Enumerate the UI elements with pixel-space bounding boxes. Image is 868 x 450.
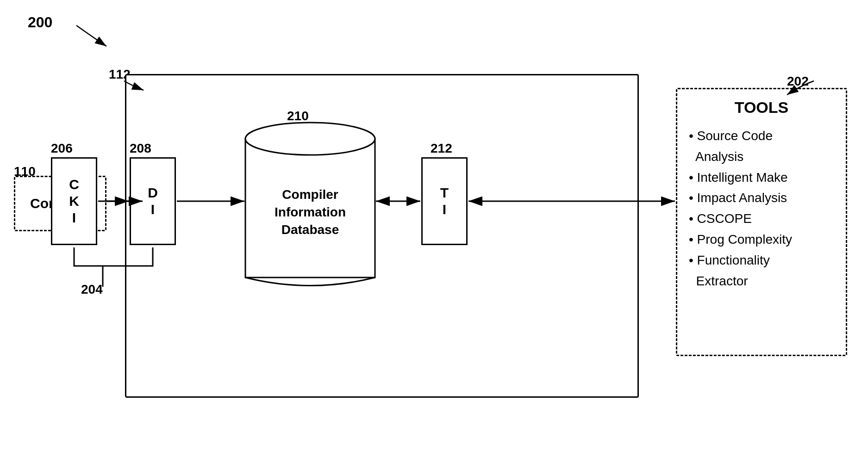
di-box: DI xyxy=(130,157,176,245)
diagram: 200 112 110 Compiler 206 CKI 208 DI 210 … xyxy=(0,0,868,450)
tools-item-2: • Intelligent Make xyxy=(689,167,834,188)
di-text: DI xyxy=(148,185,158,218)
label-212: 212 xyxy=(431,141,452,156)
tools-title: TOOLS xyxy=(689,99,834,117)
tools-item-6: • Functionality Extractor xyxy=(689,250,834,292)
label-206: 206 xyxy=(51,141,73,156)
ti-text: TI xyxy=(440,185,449,218)
tools-item-4: • CSCOPE xyxy=(689,209,834,229)
tools-item-1: • Source Code Analysis xyxy=(689,126,834,167)
tools-list: • Source Code Analysis • Intelligent Mak… xyxy=(689,126,834,291)
cki-text: CKI xyxy=(69,176,79,226)
main-box xyxy=(125,74,639,398)
label-202: 202 xyxy=(787,74,809,89)
tools-box: TOOLS • Source Code Analysis • Intellige… xyxy=(676,88,847,356)
label-208: 208 xyxy=(130,141,151,156)
tools-item-3: • Impact Analysis xyxy=(689,188,834,209)
fig-number-label: 200 xyxy=(28,14,52,31)
ti-box: TI xyxy=(421,157,468,245)
label-204: 204 xyxy=(81,282,103,297)
tools-item-5: • Prog Complexity xyxy=(689,229,834,250)
cki-box: CKI xyxy=(51,157,97,245)
label-210: 210 xyxy=(287,109,309,123)
